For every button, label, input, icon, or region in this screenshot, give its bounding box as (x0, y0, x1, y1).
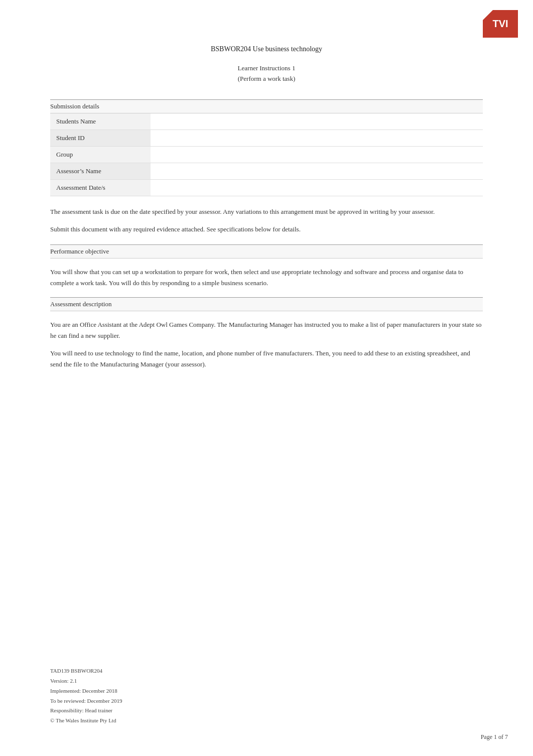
field-value-group[interactable] (151, 146, 483, 163)
logo-area (483, 10, 518, 38)
table-row: Assessment Date/s (50, 179, 483, 196)
field-label-students-name: Students Name (50, 113, 151, 130)
paragraph-2: Submit this document with any required e… (50, 224, 483, 234)
submission-section-header: Submission details (50, 99, 483, 113)
footer-line4: To be reviewed: December 2019 (50, 696, 122, 706)
table-row: Assessor’s Name (50, 163, 483, 179)
logo-icon (483, 10, 518, 38)
submission-table: Students Name Student ID Group Assessor’… (50, 113, 483, 196)
field-label-assessment-dates: Assessment Date/s (50, 179, 151, 196)
table-row: Group (50, 146, 483, 163)
sub-title-line1: Learner Instructions 1 (238, 64, 296, 72)
field-value-assessment-dates[interactable] (151, 179, 483, 196)
sub-title: Learner Instructions 1 (Perform a work t… (50, 63, 483, 84)
footer-line2: Version: 2.1 (50, 676, 122, 686)
page-number: Page 1 of 7 (481, 733, 508, 741)
footer-line3: Implemented: December 2018 (50, 686, 122, 696)
paragraph-5: You will need to use technology to find … (50, 348, 483, 369)
table-row: Student ID (50, 130, 483, 146)
field-label-student-id: Student ID (50, 130, 151, 146)
table-row: Students Name (50, 113, 483, 130)
footer: TAD139 BSBWOR204 Version: 2.1 Implemente… (50, 666, 122, 726)
paragraph-4: You are an Office Assistant at the Adept… (50, 319, 483, 341)
main-title: BSBWOR204 Use business technology (50, 45, 483, 53)
performance-section-header: Performance objective (50, 244, 483, 259)
paragraph-3: You will show that you can set up a work… (50, 267, 483, 288)
field-value-students-name[interactable] (151, 113, 483, 130)
field-label-group: Group (50, 146, 151, 163)
field-label-assessors-name: Assessor’s Name (50, 163, 151, 179)
assessment-desc-section-header: Assessment description (50, 297, 483, 311)
sub-title-line2: (Perform a work task) (238, 75, 295, 82)
footer-line5: Responsibility: Head trainer (50, 706, 122, 716)
footer-line1: TAD139 BSBWOR204 (50, 666, 122, 676)
page: BSBWOR204 Use business technology Learne… (0, 0, 533, 756)
field-value-assessors-name[interactable] (151, 163, 483, 179)
paragraph-1: The assessment task is due on the date s… (50, 206, 483, 217)
field-value-student-id[interactable] (151, 130, 483, 146)
footer-line6: © The Wales Institute Pty Ltd (50, 716, 122, 726)
